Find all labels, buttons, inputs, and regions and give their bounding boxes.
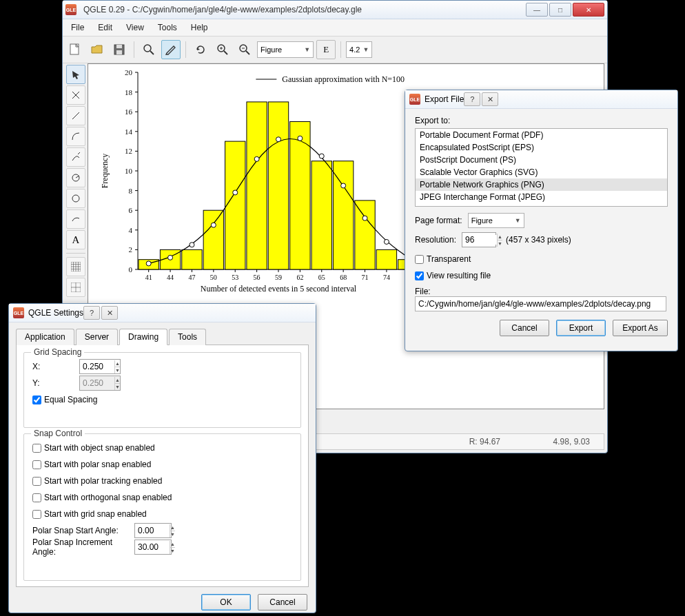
maximize-button[interactable]: □ bbox=[549, 3, 571, 17]
tab-tools[interactable]: Tools bbox=[169, 329, 206, 345]
format-item[interactable]: Encapsulated PostScript (EPS) bbox=[416, 141, 667, 154]
tangent-tool[interactable] bbox=[66, 147, 85, 167]
help-button[interactable]: ? bbox=[464, 92, 480, 106]
export-dialog: GLE Export File ? ✕ Export to: Portable … bbox=[405, 90, 678, 351]
tab-drawing[interactable]: Drawing bbox=[119, 329, 167, 345]
ellipse-tool[interactable] bbox=[66, 189, 85, 208]
polar-start-label: Polar Snap Start Angle: bbox=[32, 526, 129, 535]
view-resulting-label: View resulting file bbox=[427, 271, 491, 280]
spin-arrows[interactable]: ▲▼ bbox=[114, 360, 120, 373]
snap-label-3: Start with orthogonal snap enabled bbox=[44, 493, 172, 502]
text-tool[interactable]: A bbox=[66, 230, 85, 249]
svg-text:20: 20 bbox=[125, 68, 133, 76]
menu-file[interactable]: File bbox=[68, 21, 87, 34]
zoom-select[interactable]: 4.2 ▼ bbox=[346, 41, 372, 58]
tab-application[interactable]: Application bbox=[16, 329, 74, 345]
cross-tool[interactable] bbox=[66, 85, 85, 105]
minimize-button[interactable]: — bbox=[526, 3, 548, 17]
main-titlebar[interactable]: GLE QGLE 0.29 - C:/Cygwin/home/jan/gle4/… bbox=[63, 1, 607, 19]
export-as-button[interactable]: Export As bbox=[613, 320, 668, 336]
format-item[interactable]: Scalable Vector Graphics (SVG) bbox=[416, 166, 667, 178]
page-format-select[interactable]: Figure ▼ bbox=[468, 213, 524, 228]
new-file-icon bbox=[70, 43, 81, 56]
svg-text:71: 71 bbox=[362, 274, 369, 281]
format-item[interactable]: JPEG Interchange Format (JPEG) bbox=[416, 191, 667, 203]
export-button[interactable]: Export bbox=[556, 320, 606, 336]
resolution-spinbox[interactable]: ▲▼ bbox=[462, 232, 496, 247]
cancel-button[interactable]: Cancel bbox=[500, 320, 549, 336]
spin-arrows[interactable]: ▲▼ bbox=[170, 541, 175, 554]
zoom-out-button[interactable] bbox=[235, 40, 254, 59]
close-button[interactable]: ✕ bbox=[482, 92, 498, 106]
zoom-in-button[interactable] bbox=[213, 40, 232, 59]
polar-inc-spinbox[interactable]: ▲▼ bbox=[134, 540, 172, 555]
curve-icon bbox=[71, 132, 81, 141]
menu-help[interactable]: Help bbox=[188, 21, 211, 34]
new-file-button[interactable] bbox=[65, 40, 85, 59]
view-resulting-checkbox[interactable] bbox=[415, 271, 424, 280]
export-body: Export to: Portable Document Format (PDF… bbox=[405, 109, 677, 343]
arc-tool[interactable] bbox=[66, 209, 85, 229]
polar-start-input[interactable] bbox=[135, 526, 170, 535]
snap-option-0[interactable]: Start with object snap enabled bbox=[32, 443, 155, 453]
transparent-check[interactable]: Transparent bbox=[415, 254, 471, 264]
x-spinbox[interactable]: ▲▼ bbox=[79, 359, 121, 374]
cancel-button[interactable]: Cancel bbox=[258, 594, 307, 610]
close-button[interactable]: ✕ bbox=[101, 306, 118, 320]
magnify-button[interactable] bbox=[139, 40, 159, 59]
grid-coarse-tool[interactable] bbox=[66, 278, 85, 297]
close-button[interactable]: ✕ bbox=[573, 3, 604, 17]
curve-tool[interactable] bbox=[66, 127, 85, 146]
format-item[interactable]: Portable Network Graphics (PNG) bbox=[416, 178, 667, 191]
snap-checkbox-3[interactable] bbox=[32, 493, 41, 502]
format-item[interactable]: PostScript Document (PS) bbox=[416, 154, 667, 166]
tab-server[interactable]: Server bbox=[76, 329, 118, 345]
format-item[interactable]: Portable Document Format (PDF) bbox=[416, 129, 667, 141]
view-resulting-check[interactable]: View resulting file bbox=[415, 271, 491, 280]
snap-label-2: Start with polar tracking enabled bbox=[44, 476, 162, 486]
help-button[interactable]: ? bbox=[83, 306, 100, 320]
menu-edit[interactable]: Edit bbox=[95, 21, 115, 34]
file-input[interactable] bbox=[415, 296, 666, 311]
transparent-checkbox[interactable] bbox=[415, 255, 424, 264]
polar-inc-label: Polar Snap Increment Angle: bbox=[32, 537, 129, 557]
ok-button[interactable]: OK bbox=[201, 594, 251, 610]
figure-select[interactable]: Figure ▼ bbox=[257, 41, 314, 58]
open-file-button[interactable] bbox=[88, 40, 107, 59]
polar-start-spinbox[interactable]: ▲▼ bbox=[134, 523, 172, 538]
snap-option-3[interactable]: Start with orthogonal snap enabled bbox=[32, 493, 172, 502]
grid-fine-tool[interactable] bbox=[66, 257, 85, 276]
snap-option-4[interactable]: Start with grid snap enabled bbox=[32, 509, 147, 519]
spin-arrows[interactable]: ▲▼ bbox=[497, 234, 502, 247]
snap-checkbox-2[interactable] bbox=[32, 477, 41, 486]
equal-spacing-check[interactable]: Equal Spacing bbox=[32, 395, 97, 404]
menu-tools[interactable]: Tools bbox=[155, 21, 180, 34]
y-input bbox=[80, 378, 114, 388]
edit-code-button[interactable] bbox=[161, 40, 181, 59]
svg-line-5 bbox=[150, 51, 154, 54]
snap-checkbox-0[interactable] bbox=[32, 444, 41, 453]
reload-button[interactable] bbox=[191, 40, 210, 59]
circle-tool[interactable] bbox=[66, 168, 85, 187]
settings-titlebar[interactable]: GLE QGLE Settings ? ✕ bbox=[9, 304, 316, 322]
spin-arrows[interactable]: ▲▼ bbox=[170, 524, 175, 537]
polar-inc-input[interactable] bbox=[135, 542, 170, 552]
resolution-input[interactable] bbox=[462, 235, 497, 245]
svg-rect-3 bbox=[116, 50, 122, 54]
export-titlebar[interactable]: GLE Export File ? ✕ bbox=[405, 90, 677, 109]
snap-option-1[interactable]: Start with polar snap enabled bbox=[32, 460, 151, 469]
svg-point-101 bbox=[319, 154, 324, 158]
snap-checkbox-1[interactable] bbox=[32, 460, 41, 469]
save-file-button[interactable] bbox=[110, 40, 129, 59]
e-button[interactable]: E bbox=[316, 40, 336, 59]
format-listbox[interactable]: Portable Document Format (PDF)Encapsulat… bbox=[415, 128, 668, 207]
snap-checkbox-4[interactable] bbox=[32, 510, 41, 519]
pointer-tool[interactable] bbox=[66, 65, 85, 84]
svg-line-15 bbox=[72, 112, 79, 119]
line-tool[interactable] bbox=[66, 106, 85, 125]
equal-spacing-checkbox[interactable] bbox=[32, 396, 41, 404]
x-input[interactable] bbox=[80, 362, 114, 371]
menu-view[interactable]: View bbox=[123, 21, 147, 34]
svg-rect-69 bbox=[247, 102, 267, 269]
snap-option-2[interactable]: Start with polar tracking enabled bbox=[32, 476, 162, 486]
